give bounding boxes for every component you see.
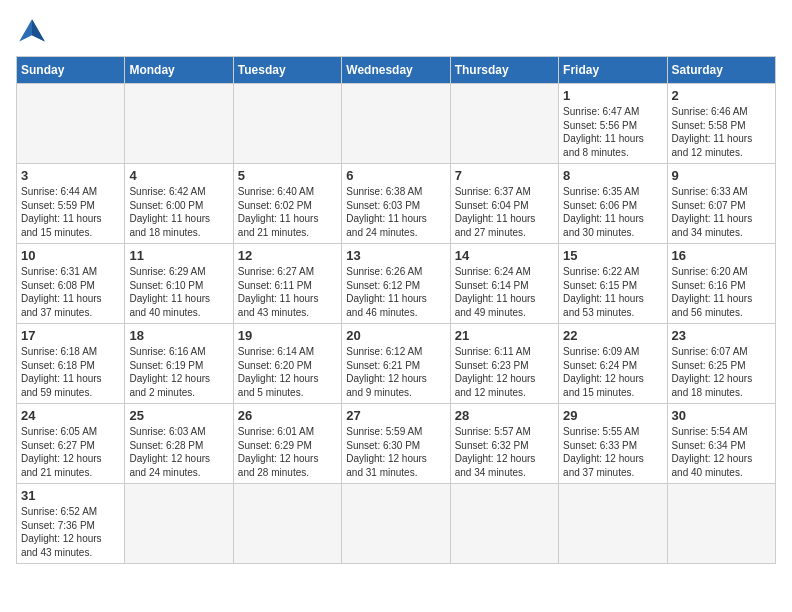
day-number: 3	[21, 168, 120, 183]
calendar-cell: 23Sunrise: 6:07 AM Sunset: 6:25 PM Dayli…	[667, 324, 775, 404]
day-info: Sunrise: 5:57 AM Sunset: 6:32 PM Dayligh…	[455, 425, 554, 479]
calendar-cell	[125, 84, 233, 164]
day-info: Sunrise: 6:35 AM Sunset: 6:06 PM Dayligh…	[563, 185, 662, 239]
day-header-sunday: Sunday	[17, 57, 125, 84]
calendar-week-row: 10Sunrise: 6:31 AM Sunset: 6:08 PM Dayli…	[17, 244, 776, 324]
day-header-thursday: Thursday	[450, 57, 558, 84]
day-number: 2	[672, 88, 771, 103]
day-number: 28	[455, 408, 554, 423]
calendar-week-row: 17Sunrise: 6:18 AM Sunset: 6:18 PM Dayli…	[17, 324, 776, 404]
day-info: Sunrise: 6:14 AM Sunset: 6:20 PM Dayligh…	[238, 345, 337, 399]
day-number: 7	[455, 168, 554, 183]
calendar-cell: 8Sunrise: 6:35 AM Sunset: 6:06 PM Daylig…	[559, 164, 667, 244]
day-info: Sunrise: 6:26 AM Sunset: 6:12 PM Dayligh…	[346, 265, 445, 319]
day-info: Sunrise: 6:01 AM Sunset: 6:29 PM Dayligh…	[238, 425, 337, 479]
day-number: 11	[129, 248, 228, 263]
calendar-table: SundayMondayTuesdayWednesdayThursdayFrid…	[16, 56, 776, 564]
day-number: 16	[672, 248, 771, 263]
day-info: Sunrise: 6:33 AM Sunset: 6:07 PM Dayligh…	[672, 185, 771, 239]
day-info: Sunrise: 6:46 AM Sunset: 5:58 PM Dayligh…	[672, 105, 771, 159]
day-number: 24	[21, 408, 120, 423]
calendar-cell: 10Sunrise: 6:31 AM Sunset: 6:08 PM Dayli…	[17, 244, 125, 324]
day-number: 18	[129, 328, 228, 343]
calendar-cell	[233, 484, 341, 564]
day-info: Sunrise: 6:03 AM Sunset: 6:28 PM Dayligh…	[129, 425, 228, 479]
day-number: 29	[563, 408, 662, 423]
day-info: Sunrise: 6:20 AM Sunset: 6:16 PM Dayligh…	[672, 265, 771, 319]
day-number: 9	[672, 168, 771, 183]
day-info: Sunrise: 6:38 AM Sunset: 6:03 PM Dayligh…	[346, 185, 445, 239]
day-info: Sunrise: 6:27 AM Sunset: 6:11 PM Dayligh…	[238, 265, 337, 319]
day-info: Sunrise: 6:47 AM Sunset: 5:56 PM Dayligh…	[563, 105, 662, 159]
day-info: Sunrise: 6:05 AM Sunset: 6:27 PM Dayligh…	[21, 425, 120, 479]
day-info: Sunrise: 6:07 AM Sunset: 6:25 PM Dayligh…	[672, 345, 771, 399]
calendar-cell: 11Sunrise: 6:29 AM Sunset: 6:10 PM Dayli…	[125, 244, 233, 324]
day-number: 20	[346, 328, 445, 343]
day-number: 10	[21, 248, 120, 263]
day-number: 14	[455, 248, 554, 263]
day-header-saturday: Saturday	[667, 57, 775, 84]
day-info: Sunrise: 6:42 AM Sunset: 6:00 PM Dayligh…	[129, 185, 228, 239]
calendar-week-row: 31Sunrise: 6:52 AM Sunset: 7:36 PM Dayli…	[17, 484, 776, 564]
calendar-week-row: 24Sunrise: 6:05 AM Sunset: 6:27 PM Dayli…	[17, 404, 776, 484]
day-info: Sunrise: 6:09 AM Sunset: 6:24 PM Dayligh…	[563, 345, 662, 399]
day-number: 15	[563, 248, 662, 263]
calendar-cell: 7Sunrise: 6:37 AM Sunset: 6:04 PM Daylig…	[450, 164, 558, 244]
day-number: 13	[346, 248, 445, 263]
day-number: 21	[455, 328, 554, 343]
day-info: Sunrise: 6:18 AM Sunset: 6:18 PM Dayligh…	[21, 345, 120, 399]
calendar-cell: 5Sunrise: 6:40 AM Sunset: 6:02 PM Daylig…	[233, 164, 341, 244]
day-header-friday: Friday	[559, 57, 667, 84]
day-info: Sunrise: 5:55 AM Sunset: 6:33 PM Dayligh…	[563, 425, 662, 479]
calendar-cell: 21Sunrise: 6:11 AM Sunset: 6:23 PM Dayli…	[450, 324, 558, 404]
day-info: Sunrise: 6:31 AM Sunset: 6:08 PM Dayligh…	[21, 265, 120, 319]
calendar-cell: 18Sunrise: 6:16 AM Sunset: 6:19 PM Dayli…	[125, 324, 233, 404]
calendar-cell	[342, 484, 450, 564]
calendar-cell: 19Sunrise: 6:14 AM Sunset: 6:20 PM Dayli…	[233, 324, 341, 404]
calendar-cell: 14Sunrise: 6:24 AM Sunset: 6:14 PM Dayli…	[450, 244, 558, 324]
calendar-week-row: 3Sunrise: 6:44 AM Sunset: 5:59 PM Daylig…	[17, 164, 776, 244]
day-number: 6	[346, 168, 445, 183]
calendar-cell: 16Sunrise: 6:20 AM Sunset: 6:16 PM Dayli…	[667, 244, 775, 324]
day-number: 8	[563, 168, 662, 183]
calendar-header-row: SundayMondayTuesdayWednesdayThursdayFrid…	[17, 57, 776, 84]
calendar-cell: 12Sunrise: 6:27 AM Sunset: 6:11 PM Dayli…	[233, 244, 341, 324]
calendar-cell	[450, 84, 558, 164]
calendar-cell	[450, 484, 558, 564]
day-info: Sunrise: 6:29 AM Sunset: 6:10 PM Dayligh…	[129, 265, 228, 319]
calendar-cell	[233, 84, 341, 164]
calendar-cell: 31Sunrise: 6:52 AM Sunset: 7:36 PM Dayli…	[17, 484, 125, 564]
calendar-cell: 26Sunrise: 6:01 AM Sunset: 6:29 PM Dayli…	[233, 404, 341, 484]
calendar-cell: 29Sunrise: 5:55 AM Sunset: 6:33 PM Dayli…	[559, 404, 667, 484]
day-number: 19	[238, 328, 337, 343]
day-number: 27	[346, 408, 445, 423]
day-info: Sunrise: 6:44 AM Sunset: 5:59 PM Dayligh…	[21, 185, 120, 239]
day-info: Sunrise: 6:11 AM Sunset: 6:23 PM Dayligh…	[455, 345, 554, 399]
day-info: Sunrise: 6:52 AM Sunset: 7:36 PM Dayligh…	[21, 505, 120, 559]
calendar-cell: 9Sunrise: 6:33 AM Sunset: 6:07 PM Daylig…	[667, 164, 775, 244]
calendar-cell: 3Sunrise: 6:44 AM Sunset: 5:59 PM Daylig…	[17, 164, 125, 244]
calendar-cell: 25Sunrise: 6:03 AM Sunset: 6:28 PM Dayli…	[125, 404, 233, 484]
calendar-cell: 2Sunrise: 6:46 AM Sunset: 5:58 PM Daylig…	[667, 84, 775, 164]
day-info: Sunrise: 6:12 AM Sunset: 6:21 PM Dayligh…	[346, 345, 445, 399]
calendar-cell	[342, 84, 450, 164]
calendar-cell: 24Sunrise: 6:05 AM Sunset: 6:27 PM Dayli…	[17, 404, 125, 484]
calendar-cell: 17Sunrise: 6:18 AM Sunset: 6:18 PM Dayli…	[17, 324, 125, 404]
calendar-cell: 22Sunrise: 6:09 AM Sunset: 6:24 PM Dayli…	[559, 324, 667, 404]
page-header	[16, 16, 776, 48]
calendar-cell: 4Sunrise: 6:42 AM Sunset: 6:00 PM Daylig…	[125, 164, 233, 244]
generalblue-logo-icon	[16, 16, 48, 48]
calendar-cell	[559, 484, 667, 564]
day-header-tuesday: Tuesday	[233, 57, 341, 84]
day-number: 22	[563, 328, 662, 343]
calendar-cell: 28Sunrise: 5:57 AM Sunset: 6:32 PM Dayli…	[450, 404, 558, 484]
day-number: 30	[672, 408, 771, 423]
day-info: Sunrise: 6:16 AM Sunset: 6:19 PM Dayligh…	[129, 345, 228, 399]
day-info: Sunrise: 6:22 AM Sunset: 6:15 PM Dayligh…	[563, 265, 662, 319]
day-info: Sunrise: 5:54 AM Sunset: 6:34 PM Dayligh…	[672, 425, 771, 479]
calendar-cell	[125, 484, 233, 564]
day-header-monday: Monday	[125, 57, 233, 84]
day-number: 4	[129, 168, 228, 183]
calendar-cell: 30Sunrise: 5:54 AM Sunset: 6:34 PM Dayli…	[667, 404, 775, 484]
calendar-cell: 13Sunrise: 6:26 AM Sunset: 6:12 PM Dayli…	[342, 244, 450, 324]
